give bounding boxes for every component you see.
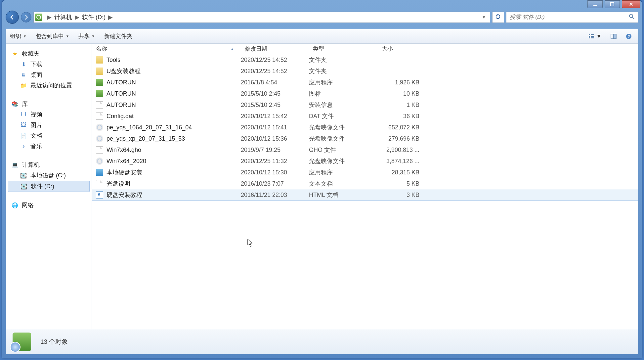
file-row[interactable]: Win7x64_20202020/12/25 11:32光盘映像文件3,874,…	[92, 156, 638, 167]
maximize-button[interactable]	[605, 0, 620, 8]
minimize-button[interactable]	[587, 0, 603, 8]
nav-music-label: 音乐	[30, 142, 42, 150]
nav-drive-d[interactable]: 💽 软件 (D:)	[8, 181, 90, 192]
file-row[interactable]: Config.dat2020/10/12 15:42DAT 文件36 KB	[92, 111, 638, 122]
nav-desktop[interactable]: 🖥 桌面	[8, 69, 90, 80]
column-date[interactable]: 修改日期	[241, 44, 309, 54]
breadcrumb-part-computer[interactable]: 计算机	[54, 13, 72, 21]
close-button[interactable]	[622, 0, 640, 8]
forward-button[interactable]	[21, 12, 31, 22]
file-size: 5 KB	[378, 180, 424, 187]
file-type: GHO 文件	[309, 146, 378, 154]
nav-recent[interactable]: 📁 最近访问的位置	[8, 80, 90, 91]
file-row[interactable]: pe_yqs_1064_20_07_31_16_042020/10/12 15:…	[92, 122, 638, 133]
nav-downloads[interactable]: ⬇ 下载	[8, 59, 90, 69]
nav-libraries[interactable]: 📚 库	[8, 99, 90, 109]
file-row[interactable]: AUTORUN2015/5/10 2:45图标10 KB	[92, 88, 638, 99]
breadcrumb-part-drive[interactable]: 软件 (D:)	[82, 13, 106, 21]
svg-point-2	[629, 14, 633, 18]
address-dropdown[interactable]: ▼	[479, 15, 489, 20]
svg-rect-1	[611, 3, 614, 6]
back-button[interactable]	[6, 11, 19, 24]
file-row[interactable]: U盘安装教程2020/12/25 14:52文件夹	[92, 66, 638, 77]
video-icon: 🎞	[20, 111, 27, 118]
file-type: 文件夹	[309, 67, 378, 75]
nav-pictures[interactable]: 🖼 图片	[8, 120, 90, 130]
view-list-icon	[588, 33, 595, 40]
nav-downloads-label: 下载	[30, 60, 42, 68]
nav-network-label: 网络	[22, 201, 34, 209]
refresh-icon	[495, 14, 501, 20]
column-type-label: 类型	[313, 45, 324, 53]
search-input[interactable]	[510, 14, 629, 21]
drive-icon	[35, 14, 42, 21]
disc-icon	[96, 135, 103, 142]
file-type: HTML 文档	[309, 191, 378, 199]
new-folder-button[interactable]: 新建文件夹	[104, 32, 132, 40]
file-size: 279,696 KB	[378, 135, 424, 142]
chevron-right-icon: ▶	[47, 14, 52, 21]
generic-icon	[96, 101, 103, 109]
file-name: 本地硬盘安装	[107, 168, 142, 176]
file-name-cell: 硬盘安装教程	[96, 191, 241, 199]
file-size: 28,315 KB	[378, 169, 424, 176]
file-name-cell: AUTORUN	[96, 101, 241, 109]
svg-rect-3	[589, 34, 590, 35]
file-name: pe_yqs_1064_20_07_31_16_04	[107, 124, 192, 131]
app-icon	[96, 169, 103, 176]
file-row[interactable]: 本地硬盘安装2020/10/12 15:30应用程序28,315 KB	[92, 167, 638, 178]
file-row[interactable]: AUTORUN2016/1/8 4:54应用程序1,926 KB	[92, 77, 638, 88]
column-name-label: 名称	[96, 45, 107, 53]
share-menu[interactable]: 共享 ▼	[78, 32, 95, 40]
include-library-menu[interactable]: 包含到库中 ▼	[36, 32, 69, 40]
column-name[interactable]: 名称 ▲	[92, 44, 241, 54]
recent-icon: 📁	[20, 82, 27, 89]
file-type: 光盘映像文件	[309, 157, 378, 165]
file-row[interactable]: AUTORUN2015/5/10 2:45安装信息1 KB	[92, 99, 638, 111]
file-name-cell: AUTORUN	[96, 90, 241, 97]
file-row[interactable]: 光盘说明2016/10/23 7:07文本文档5 KB	[92, 178, 638, 189]
file-date: 2016/1/8 4:54	[241, 79, 309, 86]
view-mode-button[interactable]: ▼	[586, 32, 604, 41]
file-date: 2020/12/25 14:52	[241, 57, 309, 64]
refresh-button[interactable]	[492, 12, 504, 23]
file-date: 2015/5/10 2:45	[241, 90, 309, 97]
library-icon: 📚	[11, 100, 19, 108]
organize-menu[interactable]: 组织 ▼	[10, 32, 26, 40]
column-size[interactable]: 大小	[378, 44, 424, 54]
file-row[interactable]: 硬盘安装教程2016/11/21 22:03HTML 文档3 KB	[92, 189, 638, 201]
search-bar[interactable]	[506, 12, 638, 23]
generic-icon	[96, 180, 103, 187]
nav-computer-label: 计算机	[22, 161, 40, 169]
toolbar-right: ▼ ?	[586, 32, 634, 41]
nav-music[interactable]: ♪ 音乐	[8, 141, 90, 152]
help-button[interactable]: ?	[623, 32, 634, 41]
nav-computer[interactable]: 💻 计算机	[8, 159, 90, 170]
nav-favorites[interactable]: ★ 收藏夹	[8, 48, 90, 59]
nav-network[interactable]: 🌐 网络	[8, 200, 90, 210]
computer-icon: 💻	[11, 161, 19, 168]
nav-favorites-label: 收藏夹	[22, 50, 40, 58]
file-type: 应用程序	[309, 168, 378, 176]
preview-pane-button[interactable]	[608, 32, 619, 41]
sort-ascending-icon: ▲	[231, 47, 234, 51]
status-icon	[13, 333, 31, 351]
file-row[interactable]: Win7x64.gho2019/9/7 19:25GHO 文件2,900,813…	[92, 144, 638, 156]
navbar: ▶ 计算机 ▶ 软件 (D:) ▶ ▼	[6, 10, 638, 24]
file-row[interactable]: pe_yqs_xp_20_07_31_15_532020/10/12 15:36…	[92, 133, 638, 144]
file-list[interactable]: Tools2020/12/25 14:52文件夹U盘安装教程2020/12/25…	[92, 54, 638, 329]
nav-videos[interactable]: 🎞 视频	[8, 109, 90, 120]
generic-icon	[96, 112, 103, 120]
picture-icon: 🖼	[20, 121, 27, 129]
file-date: 2020/10/12 15:41	[241, 124, 309, 131]
file-size: 2,900,813 ...	[378, 147, 424, 154]
address-bar[interactable]: ▶ 计算机 ▶ 软件 (D:) ▶ ▼	[33, 12, 490, 23]
column-type[interactable]: 类型	[309, 44, 378, 54]
file-name-cell: AUTORUN	[96, 79, 241, 86]
svg-rect-5	[589, 36, 590, 37]
nav-drive-c[interactable]: 💽 本地磁盘 (C:)	[8, 170, 90, 181]
file-row[interactable]: Tools2020/12/25 14:52文件夹	[92, 54, 638, 66]
file-type: 光盘映像文件	[309, 123, 378, 131]
nav-documents[interactable]: 📄 文档	[8, 130, 90, 141]
file-size: 10 KB	[378, 90, 424, 97]
